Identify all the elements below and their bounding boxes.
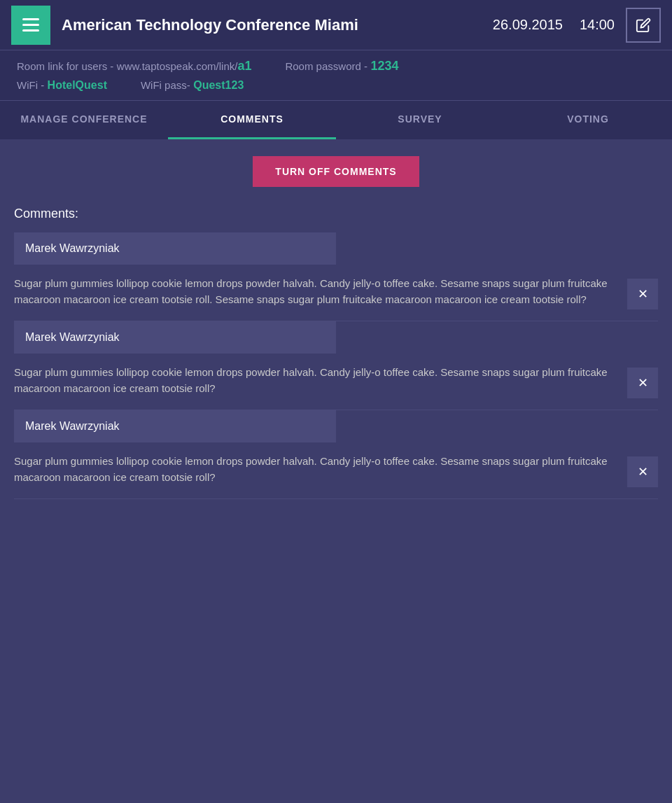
wifi-value: HotelQuest <box>48 79 107 91</box>
comment-row-1: Sugar plum gummies lollipop cookie lemon… <box>14 265 658 321</box>
delete-comment-3-button[interactable]: ✕ <box>627 456 658 487</box>
tab-manage-conference[interactable]: MANAGE CONFERENCE <box>0 101 168 139</box>
comment-text-2: Sugar plum gummies lollipop cookie lemon… <box>14 365 619 396</box>
comment-text-1: Sugar plum gummies lollipop cookie lemon… <box>14 276 619 307</box>
comment-block-3: Marek Wawrzyniak Sugar plum gummies loll… <box>14 410 658 499</box>
comment-row-2: Sugar plum gummies lollipop cookie lemon… <box>14 354 658 410</box>
conference-date: 26.09.2015 <box>493 17 563 33</box>
delete-comment-2-button[interactable]: ✕ <box>627 368 658 398</box>
room-link-suffix: a1 <box>237 59 251 73</box>
comment-block-2: Marek Wawrzyniak Sugar plum gummies loll… <box>14 321 658 410</box>
room-info-row: Room link for users - www.taptospeak.com… <box>17 59 655 74</box>
wifi-pass-label: WiFi pass- Quest123 <box>141 79 244 92</box>
comment-text-3: Sugar plum gummies lollipop cookie lemon… <box>14 454 619 485</box>
hamburger-button[interactable] <box>11 6 50 45</box>
conference-time: 14:00 <box>580 17 615 33</box>
header: American Technology Conference Miami 26.… <box>0 0 672 50</box>
tab-comments[interactable]: COMMENTS <box>168 101 336 139</box>
comment-author-2: Marek Wawrzyniak <box>14 321 336 354</box>
comment-author-1: Marek Wawrzyniak <box>14 232 336 265</box>
edit-button[interactable] <box>626 8 661 43</box>
room-link-label: Room link for users - www.taptospeak.com… <box>17 59 251 74</box>
comment-author-3: Marek Wawrzyniak <box>14 410 336 442</box>
delete-comment-1-button[interactable]: ✕ <box>627 279 658 309</box>
toggle-comments-button[interactable]: TURN OFF COMMENTS <box>253 156 419 187</box>
tab-bar: MANAGE CONFERENCE COMMENTS SURVEY VOTING <box>0 101 672 139</box>
comments-heading: Comments: <box>14 207 658 221</box>
wifi-label: WiFi - HotelQuest <box>17 79 107 92</box>
wifi-pass-value: Quest123 <box>193 79 244 91</box>
hamburger-icon <box>22 18 39 32</box>
edit-icon <box>636 18 651 33</box>
room-password-value: 1234 <box>370 59 398 73</box>
tab-voting[interactable]: VOTING <box>504 101 672 139</box>
tab-survey[interactable]: SURVEY <box>336 101 504 139</box>
page-title: American Technology Conference Miami <box>62 16 493 34</box>
comment-block-1: Marek Wawrzyniak Sugar plum gummies loll… <box>14 232 658 321</box>
wifi-info-row: WiFi - HotelQuest WiFi pass- Quest123 <box>17 79 655 92</box>
info-bar: Room link for users - www.taptospeak.com… <box>0 50 672 101</box>
comment-row-3: Sugar plum gummies lollipop cookie lemon… <box>14 442 658 499</box>
main-content: TURN OFF COMMENTS Comments: Marek Wawrzy… <box>0 139 672 516</box>
room-password-label: Room password - 1234 <box>285 59 398 74</box>
